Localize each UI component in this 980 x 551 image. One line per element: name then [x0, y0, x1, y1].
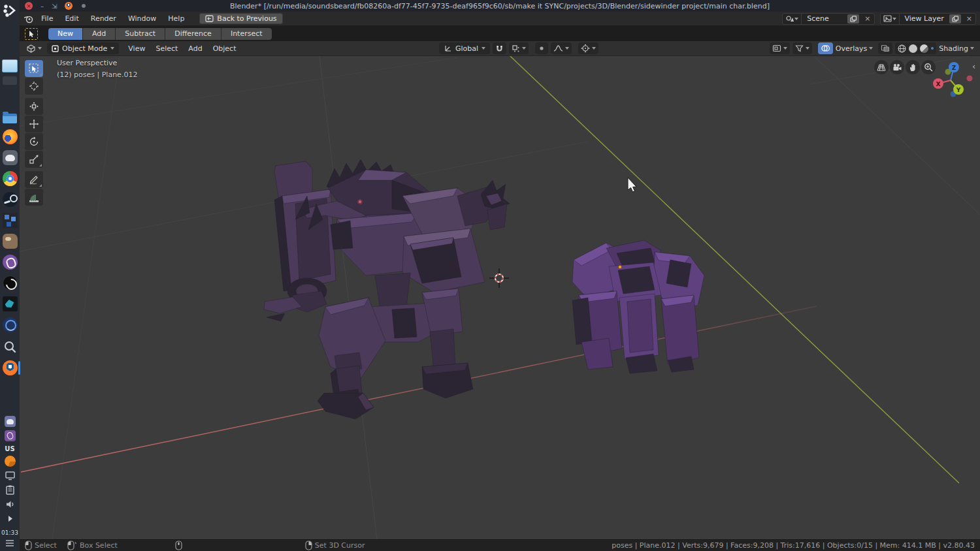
pivot-point-dropdown[interactable] — [578, 42, 598, 54]
tool-scale[interactable] — [25, 151, 43, 168]
zoom-view-button[interactable] — [921, 60, 936, 74]
object-origin-dot — [618, 265, 621, 268]
viewport-3d[interactable]: Z X Y User Perspective (12) poses | Plan… — [20, 56, 980, 539]
browse-scene-button[interactable] — [783, 14, 802, 24]
unlink-scene-button[interactable]: × — [861, 14, 874, 23]
snap-target-dropdown[interactable] — [509, 42, 529, 54]
cursor-3d — [489, 268, 509, 288]
blender-dock-icon[interactable] — [3, 360, 18, 375]
overlays-dropdown[interactable]: Overlays — [836, 42, 876, 54]
chrome-icon[interactable] — [3, 171, 18, 186]
gimp-icon[interactable] — [3, 234, 18, 249]
dock: US 01:33 — [0, 0, 20, 551]
dock-menu-icon[interactable] — [5, 539, 15, 547]
mode-new-button[interactable]: New — [48, 28, 83, 40]
camera-view-button[interactable] — [890, 60, 904, 74]
viber-tray-icon[interactable] — [5, 430, 16, 441]
transform-orientation-selector[interactable]: Global — [439, 42, 490, 54]
close-button[interactable]: × — [25, 2, 33, 10]
select-menu[interactable]: Select — [150, 44, 183, 53]
discord-icon[interactable] — [3, 150, 18, 165]
shading-wireframe-button[interactable] — [898, 44, 906, 53]
proportional-editing-toggle[interactable] — [535, 42, 548, 54]
object-menu[interactable]: Object — [208, 44, 242, 53]
new-scene-button[interactable] — [847, 14, 859, 24]
pan-view-button[interactable] — [906, 60, 920, 74]
tool-select-box[interactable] — [25, 60, 43, 77]
add-menu[interactable]: Add — [183, 44, 207, 53]
file-manager-icon[interactable] — [3, 114, 17, 123]
menu-edit[interactable]: Edit — [59, 14, 84, 23]
active-tool-icon[interactable] — [25, 28, 38, 40]
keyboard-layout-indicator[interactable]: US — [5, 445, 14, 452]
back-to-previous-button[interactable]: Back to Previous — [199, 13, 282, 24]
workspace-switcher-icon[interactable] — [3, 3, 17, 18]
scene-name[interactable]: Scene — [802, 14, 847, 23]
steam-icon[interactable] — [3, 192, 18, 207]
robot-main[interactable] — [264, 159, 510, 419]
robot-second[interactable] — [572, 240, 704, 373]
firefox-icon[interactable] — [3, 129, 18, 144]
shading-dropdown[interactable]: Shading — [939, 42, 977, 54]
expand-tray-icon[interactable] — [5, 513, 16, 524]
search-icon[interactable] — [3, 339, 18, 354]
menu-window[interactable]: Window — [122, 14, 162, 23]
editor-type-button[interactable] — [24, 42, 44, 54]
proportional-falloff-dropdown[interactable] — [551, 42, 572, 54]
window-thumbnail[interactable] — [2, 59, 18, 72]
mode-add-button[interactable]: Add — [83, 28, 116, 40]
window-thumbnail-dim[interactable] — [3, 76, 17, 85]
screen: US 01:33 × – ⇲ Blender* [/run/media/soun… — [0, 0, 980, 551]
hint-select: Select — [25, 541, 57, 550]
mode-difference-button[interactable]: Difference — [165, 28, 221, 40]
menu-file[interactable]: File — [35, 14, 59, 23]
blue-app-icon[interactable] — [3, 317, 18, 332]
active-app-indicator — [18, 361, 20, 375]
mode-subtract-button[interactable]: Subtract — [116, 28, 165, 40]
menu-render[interactable]: Render — [85, 14, 122, 23]
tool-move[interactable] — [25, 116, 43, 133]
xray-toggle[interactable] — [878, 42, 892, 54]
snap-toggle-button[interactable] — [493, 42, 506, 54]
blender-menu-logo-icon[interactable] — [24, 14, 35, 24]
viber-icon[interactable] — [3, 255, 18, 270]
topbar: File Edit Render Window Help Back to Pre… — [20, 12, 980, 26]
mouse-middle-icon — [175, 541, 182, 550]
shading-solid-button[interactable] — [909, 44, 917, 53]
copyq-tray-icon[interactable] — [5, 456, 16, 467]
tool-transform[interactable] — [25, 98, 43, 115]
obs-studio-icon[interactable] — [3, 276, 18, 291]
new-view-layer-button[interactable] — [949, 14, 961, 24]
navigation-gizmo[interactable]: Z X Y — [933, 62, 973, 97]
volume-icon[interactable] — [5, 499, 16, 510]
shading-material-button[interactable] — [920, 44, 928, 53]
restore-button[interactable]: ⇲ — [52, 3, 57, 10]
tool-cursor[interactable] — [25, 78, 43, 95]
minimize-button[interactable]: – — [41, 3, 44, 10]
clipboard-tray-icon[interactable] — [5, 484, 16, 496]
sidebar-collapse-arrow[interactable]: ‹ — [972, 61, 975, 71]
orthographic-toggle-button[interactable] — [874, 60, 889, 74]
view-layer-name[interactable]: View Layer — [900, 14, 949, 23]
discord-tray-icon[interactable] — [5, 416, 16, 427]
gizmo-icon — [772, 44, 781, 52]
transform-tool-icon — [29, 101, 39, 112]
visibility-dropdown[interactable] — [792, 42, 812, 54]
gizmos-dropdown[interactable] — [770, 42, 790, 54]
retro-game-icon[interactable] — [3, 213, 18, 228]
tool-annotate[interactable] — [25, 171, 43, 188]
tool-measure[interactable] — [25, 189, 43, 206]
overlays-toggle[interactable] — [818, 42, 833, 54]
view-menu[interactable]: View — [123, 44, 150, 53]
mode-selector[interactable]: Object Mode — [47, 42, 119, 54]
mode-intersect-button[interactable]: Intersect — [221, 28, 272, 40]
gizmo-neg-x-dot[interactable] — [967, 76, 973, 82]
remove-view-layer-button[interactable]: × — [963, 14, 975, 23]
teal-app-icon[interactable] — [3, 296, 18, 311]
boolean-mode-buttons: New Add Subtract Difference Intersect — [48, 28, 272, 40]
shading-rendered-button[interactable] — [931, 47, 934, 50]
browse-view-layer-button[interactable] — [881, 14, 900, 24]
display-tray-icon[interactable] — [5, 470, 16, 481]
menu-help[interactable]: Help — [162, 14, 190, 23]
tool-rotate[interactable] — [25, 133, 43, 150]
